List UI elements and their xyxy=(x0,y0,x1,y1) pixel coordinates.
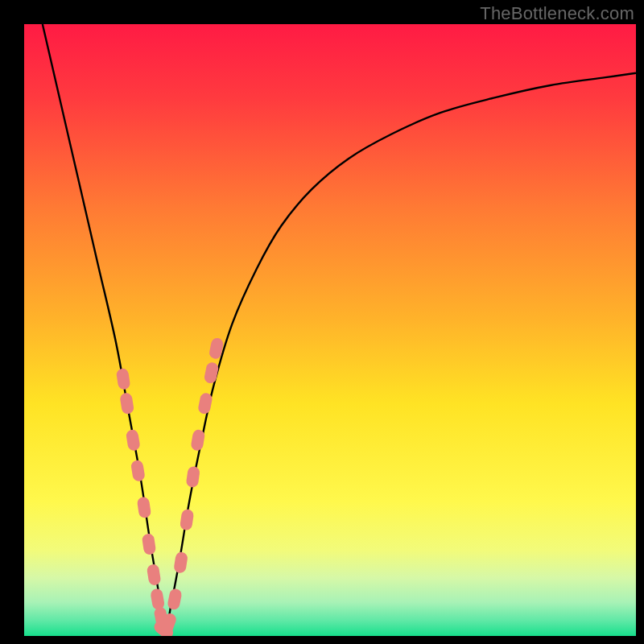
svg-rect-8 xyxy=(150,588,165,610)
svg-rect-5 xyxy=(137,496,152,518)
svg-rect-13 xyxy=(173,551,188,574)
svg-rect-3 xyxy=(126,429,141,452)
marker xyxy=(130,460,146,482)
plot-area xyxy=(24,24,636,636)
svg-rect-18 xyxy=(204,361,220,384)
marker xyxy=(116,368,131,390)
svg-rect-4 xyxy=(130,460,146,482)
marker xyxy=(142,533,157,555)
marker xyxy=(190,429,205,452)
marker xyxy=(197,392,213,415)
svg-rect-6 xyxy=(142,533,157,555)
svg-rect-14 xyxy=(180,509,195,531)
marker xyxy=(147,564,162,586)
watermark-text: TheBottleneck.com xyxy=(480,3,634,24)
marker xyxy=(119,392,134,415)
marker xyxy=(150,588,165,610)
marker-layer xyxy=(116,337,225,636)
marker xyxy=(173,551,188,574)
svg-rect-1 xyxy=(116,368,131,390)
svg-rect-7 xyxy=(147,564,162,586)
marker xyxy=(180,509,195,531)
marker xyxy=(126,429,141,452)
svg-rect-17 xyxy=(197,392,213,415)
chart-svg xyxy=(24,24,636,636)
svg-rect-16 xyxy=(190,429,205,452)
svg-rect-12 xyxy=(167,588,183,610)
svg-rect-2 xyxy=(119,392,134,415)
outer-frame: TheBottleneck.com xyxy=(0,0,644,644)
marker xyxy=(186,465,200,488)
bottleneck-curve xyxy=(43,24,636,633)
marker xyxy=(167,588,183,610)
marker xyxy=(204,361,220,384)
marker xyxy=(137,496,152,518)
svg-rect-15 xyxy=(186,465,200,488)
